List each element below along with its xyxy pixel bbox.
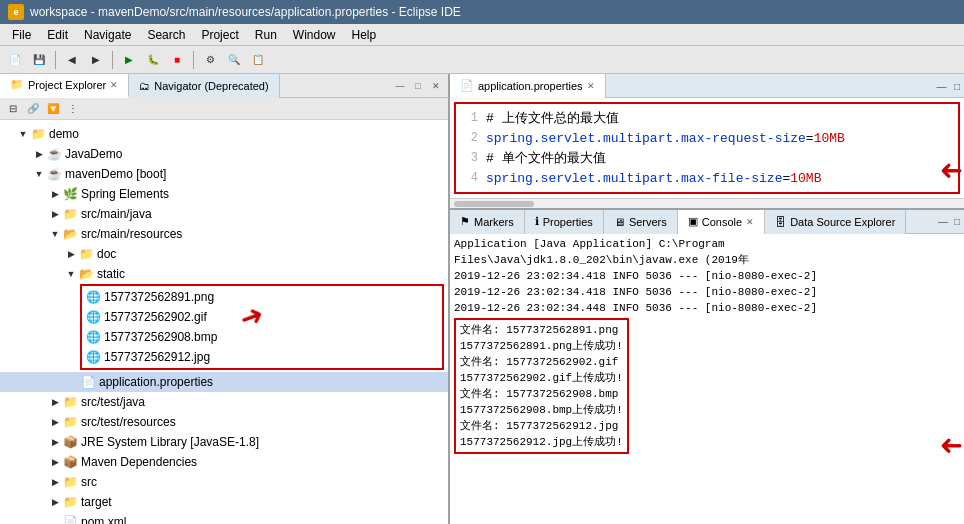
menu-help[interactable]: Help <box>344 26 385 44</box>
label-spring: Spring Elements <box>81 187 169 201</box>
minimize-left-btn[interactable]: — <box>392 78 408 94</box>
collapse-all-btn[interactable]: ⊟ <box>4 100 22 118</box>
tree-item-mavendemo[interactable]: ▼ ☕ mavenDemo [boot] <box>0 164 448 184</box>
toggle-doc[interactable]: ▶ <box>64 247 78 261</box>
tree-item-src[interactable]: ▶ 📁 src <box>0 472 448 492</box>
view-menu-btn[interactable]: ⋮ <box>64 100 82 118</box>
tab-project-explorer[interactable]: 📁 Project Explorer ✕ <box>0 74 129 98</box>
tab-project-explorer-label: Project Explorer <box>28 79 106 91</box>
h-scroll-thumb[interactable] <box>454 201 534 207</box>
toolbar-sep-1 <box>55 51 56 69</box>
maximize-left-btn[interactable]: □ <box>410 78 426 94</box>
label-png891: 1577372562891.png <box>104 290 214 304</box>
icon-src-test-resources: 📁 <box>62 414 78 430</box>
tree-item-src-test-java[interactable]: ▶ 📁 src/test/java <box>0 392 448 412</box>
forward-btn[interactable]: ▶ <box>85 49 107 71</box>
tree-item-src-main-java[interactable]: ▶ 📁 src/main/java <box>0 204 448 224</box>
tree-item-appprops[interactable]: 📄 application.properties <box>0 372 448 392</box>
bottom-maximize-btn[interactable]: □ <box>954 216 960 227</box>
tree-item-bmp908[interactable]: 🌐 1577372562908.bmp <box>83 327 441 347</box>
label-gif902: 1577372562902.gif <box>104 310 207 324</box>
menu-navigate[interactable]: Navigate <box>76 26 139 44</box>
tab-markers[interactable]: ⚑ Markers <box>450 210 525 234</box>
menu-window[interactable]: Window <box>285 26 344 44</box>
stop-btn[interactable]: ■ <box>166 49 188 71</box>
menu-edit[interactable]: Edit <box>39 26 76 44</box>
editor-tab-close[interactable]: ✕ <box>587 81 595 91</box>
tab-properties-label: Properties <box>543 216 593 228</box>
tab-console-close[interactable]: ✕ <box>746 217 754 227</box>
toolbar-btn-extra2[interactable]: 🔍 <box>223 49 245 71</box>
tab-navigator[interactable]: 🗂 Navigator (Deprecated) <box>129 74 279 98</box>
editor-scrollbar <box>450 198 964 208</box>
filter-btn[interactable]: 🔽 <box>44 100 62 118</box>
left-tab-bar: 📁 Project Explorer ✕ 🗂 Navigator (Deprec… <box>0 74 448 98</box>
tab-project-explorer-close[interactable]: ✕ <box>110 80 118 90</box>
label-jpg912: 1577372562912.jpg <box>104 350 210 364</box>
tree-item-src-main-resources[interactable]: ▼ 📂 src/main/resources <box>0 224 448 244</box>
label-src: src <box>81 475 97 489</box>
upload-line-2: 1577372562891.png上传成功! <box>460 338 623 354</box>
tree-item-target[interactable]: ▶ 📁 target <box>0 492 448 512</box>
tab-app-properties[interactable]: 📄 application.properties ✕ <box>450 74 606 98</box>
toggle-spring[interactable]: ▶ <box>48 187 62 201</box>
menu-search[interactable]: Search <box>139 26 193 44</box>
editor-maximize-btn[interactable]: □ <box>954 81 960 92</box>
debug-btn[interactable]: 🐛 <box>142 49 164 71</box>
toggle-static[interactable]: ▼ <box>64 267 78 281</box>
markers-icon: ⚑ <box>460 215 470 228</box>
toolbar-btn-extra1[interactable]: ⚙ <box>199 49 221 71</box>
menu-run[interactable]: Run <box>247 26 285 44</box>
tree-item-pom[interactable]: 📄 pom.xml <box>0 512 448 524</box>
toggle-src-main-resources[interactable]: ▼ <box>48 227 62 241</box>
toggle-mavendemo[interactable]: ▼ <box>32 167 46 181</box>
toolbar-btn-extra3[interactable]: 📋 <box>247 49 269 71</box>
tree-item-jpg912[interactable]: 🌐 1577372562912.jpg <box>83 347 441 367</box>
tree-item-maven-deps[interactable]: ▶ 📦 Maven Dependencies <box>0 452 448 472</box>
run-btn[interactable]: ▶ <box>118 49 140 71</box>
back-btn[interactable]: ◀ <box>61 49 83 71</box>
tree-item-demo[interactable]: ▼ 📁 demo <box>0 124 448 144</box>
save-btn[interactable]: 💾 <box>28 49 50 71</box>
link-editor-btn[interactable]: 🔗 <box>24 100 42 118</box>
tree-item-javademo[interactable]: ▶ ☕ JavaDemo <box>0 144 448 164</box>
tree-item-gif902[interactable]: 🌐 1577372562902.gif <box>83 307 441 327</box>
toggle-src-main-java[interactable]: ▶ <box>48 207 62 221</box>
bottom-tab-actions: — □ <box>938 216 964 227</box>
upload-line-6: 1577372562908.bmp上传成功! <box>460 402 623 418</box>
toggle-target[interactable]: ▶ <box>48 495 62 509</box>
new-btn[interactable]: 📄 <box>4 49 26 71</box>
tab-properties[interactable]: ℹ Properties <box>525 210 604 234</box>
icon-jpg912: 🌐 <box>85 349 101 365</box>
toggle-maven-deps[interactable]: ▶ <box>48 455 62 469</box>
bottom-minimize-btn[interactable]: — <box>938 216 948 227</box>
toggle-javademo[interactable]: ▶ <box>32 147 46 161</box>
toggle-jre[interactable]: ▶ <box>48 435 62 449</box>
tab-servers-label: Servers <box>629 216 667 228</box>
tab-datasource[interactable]: 🗄 Data Source Explorer <box>765 210 906 234</box>
close-left-btn[interactable]: ✕ <box>428 78 444 94</box>
tree-item-jre[interactable]: ▶ 📦 JRE System Library [JavaSE-1.8] <box>0 432 448 452</box>
tree-item-src-test-resources[interactable]: ▶ 📁 src/test/resources <box>0 412 448 432</box>
tree-item-spring[interactable]: ▶ 🌿 Spring Elements <box>0 184 448 204</box>
tree-item-png891[interactable]: 🌐 1577372562891.png <box>83 287 441 307</box>
tree-item-doc[interactable]: ▶ 📁 doc <box>0 244 448 264</box>
menu-file[interactable]: File <box>4 26 39 44</box>
icon-jre: 📦 <box>62 434 78 450</box>
tree-item-static[interactable]: ▼ 📂 static <box>0 264 448 284</box>
label-maven-deps: Maven Dependencies <box>81 455 197 469</box>
menu-project[interactable]: Project <box>193 26 246 44</box>
upload-line-7: 文件名: 1577372562912.jpg <box>460 418 623 434</box>
tab-console[interactable]: ▣ Console ✕ <box>678 210 765 234</box>
toggle-src[interactable]: ▶ <box>48 475 62 489</box>
code-editor: 1 # 上传文件总的最大值 2 spring.servlet.multipart… <box>454 102 960 194</box>
servers-icon: 🖥 <box>614 216 625 228</box>
upload-line-8: 1577372562912.jpg上传成功! <box>460 434 623 450</box>
toggle-src-test-java[interactable]: ▶ <box>48 395 62 409</box>
tab-servers[interactable]: 🖥 Servers <box>604 210 678 234</box>
toggle-demo[interactable]: ▼ <box>16 127 30 141</box>
editor-minimize-btn[interactable]: — <box>937 81 947 92</box>
toggle-src-test-resources[interactable]: ▶ <box>48 415 62 429</box>
label-doc: doc <box>97 247 116 261</box>
label-appprops: application.properties <box>99 375 213 389</box>
